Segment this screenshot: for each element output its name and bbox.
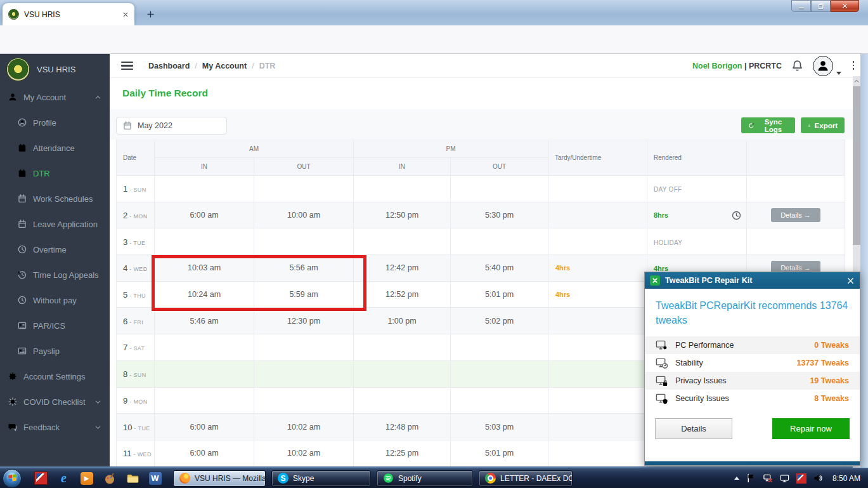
media-player-icon[interactable] bbox=[80, 472, 93, 485]
stat-row-privacy-issues: Privacy Issues 19 Tweaks bbox=[645, 372, 860, 390]
windows-flag-icon bbox=[7, 473, 18, 484]
col-header-pm-out: OUT bbox=[451, 158, 548, 176]
tray-red-app-icon[interactable] bbox=[796, 473, 806, 484]
sidebar-item-without-pay[interactable]: Without pay bbox=[0, 287, 110, 313]
sidebar-item-my-account[interactable]: My Account bbox=[0, 84, 110, 110]
col-header-tardy: Tardy/Undertime bbox=[548, 140, 647, 176]
minimize-button[interactable] bbox=[791, 0, 811, 12]
repair-now-button[interactable]: Repair now bbox=[772, 418, 850, 439]
task-button-spotify[interactable]: Spotify bbox=[377, 470, 473, 487]
monitor-lock-icon bbox=[656, 375, 668, 387]
clock-icon bbox=[18, 245, 27, 254]
internet-explorer-icon[interactable]: e bbox=[57, 472, 70, 485]
popup-details-button[interactable]: Details bbox=[655, 418, 732, 439]
col-header-rendered: Rendered bbox=[647, 140, 747, 176]
word-icon[interactable] bbox=[148, 472, 162, 485]
monitor-shield-icon bbox=[656, 393, 668, 405]
popup-close-icon[interactable] bbox=[846, 277, 855, 285]
spotify-icon bbox=[383, 473, 394, 484]
paint-app-icon[interactable] bbox=[103, 472, 116, 485]
calendar-icon bbox=[123, 121, 132, 130]
speaker-icon[interactable] bbox=[813, 473, 823, 483]
tweakbit-logo-icon bbox=[650, 275, 660, 286]
breadcrumb-my-account[interactable]: My Account bbox=[202, 62, 247, 70]
sidebar-item-work-schedules[interactable]: Work Schedules bbox=[0, 186, 110, 211]
sidebar-item-covid-checklist[interactable]: COVID Checklist bbox=[0, 389, 110, 414]
restore-button[interactable] bbox=[811, 0, 831, 12]
explorer-folder-icon[interactable] bbox=[126, 472, 139, 485]
sync-logs-button[interactable]: Sync Logs bbox=[741, 117, 795, 133]
stat-row-stability: Stability 13737 Tweaks bbox=[645, 354, 860, 372]
ie-glyph: e bbox=[61, 471, 67, 485]
sidebar-item-time-log-appeals[interactable]: Time Log Appeals bbox=[0, 262, 110, 287]
taskbar: e VSU HRIS — Mozilla ... Skype Spotify L… bbox=[0, 468, 868, 488]
profile-icon bbox=[18, 118, 27, 127]
taskbar-clock[interactable]: 8:50 AM bbox=[832, 474, 860, 483]
action-center-flag-icon[interactable] bbox=[746, 473, 756, 483]
popup-heading: TweakBit PCRepairKit recommends 13764 tw… bbox=[645, 289, 860, 331]
quicklaunch-red-app-icon[interactable] bbox=[34, 472, 48, 485]
sidebar-item-profile[interactable]: Profile bbox=[0, 110, 110, 135]
sidebar-item-attendance[interactable]: Attendance bbox=[0, 135, 110, 161]
network-error-icon[interactable] bbox=[763, 473, 773, 483]
table-row: 3TUE HOLIDAY bbox=[117, 228, 845, 255]
sidebar-item-feedback[interactable]: Feedback bbox=[0, 414, 110, 440]
browser-tab[interactable]: VSU HRIS bbox=[3, 3, 134, 25]
sidebar-item-overtime[interactable]: Overtime bbox=[0, 237, 110, 262]
popup-title: TweakBit PC Repair Kit bbox=[665, 276, 841, 285]
download-icon bbox=[808, 122, 811, 129]
bell-icon[interactable] bbox=[791, 60, 803, 72]
tab-close-icon[interactable] bbox=[122, 11, 129, 18]
window-titlebar: VSU HRIS bbox=[0, 0, 868, 25]
close-button[interactable] bbox=[831, 0, 859, 12]
user-box: Noel Borigon | PRCRTC bbox=[692, 56, 841, 76]
user-org: PRCRTC bbox=[749, 62, 782, 70]
history-icon bbox=[18, 270, 27, 279]
monitor-gear-icon bbox=[656, 340, 668, 352]
month-picker-value: May 2022 bbox=[138, 121, 172, 130]
id-card-icon bbox=[18, 346, 27, 355]
sidebar-item-par-ics[interactable]: PAR/ICS bbox=[0, 313, 110, 338]
sidebar-item-payslip[interactable]: Payslip bbox=[0, 338, 110, 364]
user-name: Noel Borigon bbox=[692, 62, 742, 70]
gear-icon bbox=[8, 372, 17, 381]
tray-expand-icon[interactable] bbox=[734, 477, 739, 480]
system-tray: 8:50 AM bbox=[734, 473, 868, 484]
sidebar: VSU HRIS My Account Profile Attendance D… bbox=[0, 54, 110, 468]
breadcrumb-dtr: DTR bbox=[259, 62, 276, 70]
stat-row-pc-performance: PC Performance 0 Tweaks bbox=[645, 336, 860, 354]
avatar[interactable] bbox=[813, 56, 833, 76]
month-picker[interactable]: May 2022 bbox=[116, 117, 227, 135]
tab-title: VSU HRIS bbox=[24, 10, 122, 19]
avatar-caret-icon[interactable] bbox=[836, 72, 841, 75]
sidebar-item-dtr[interactable]: DTR bbox=[0, 161, 110, 186]
chevron-down-icon bbox=[94, 399, 101, 406]
brand-name: VSU HRIS bbox=[37, 65, 75, 74]
tweakbit-popup: TweakBit PC Repair Kit TweakBit PCRepair… bbox=[644, 272, 860, 466]
clock-icon[interactable] bbox=[732, 211, 741, 220]
chevron-down-icon bbox=[94, 424, 101, 431]
scrollbar-thumb[interactable] bbox=[853, 86, 860, 245]
task-button-skype[interactable]: Skype bbox=[271, 470, 371, 487]
new-tab-button[interactable] bbox=[143, 7, 157, 21]
calendar-icon bbox=[18, 169, 27, 178]
browser-toolbar: https://hris.vsu.edu.ph/account/dtr 80% … bbox=[0, 25, 868, 54]
start-button[interactable] bbox=[3, 469, 22, 488]
scroll-up-arrow-icon[interactable] bbox=[853, 76, 860, 86]
breadcrumb-dashboard[interactable]: Dashboard bbox=[148, 62, 190, 70]
sidebar-toggle-button[interactable] bbox=[121, 62, 133, 70]
popup-titlebar[interactable]: TweakBit PC Repair Kit bbox=[645, 272, 860, 289]
sidebar-item-account-settings[interactable]: Account Settings bbox=[0, 364, 110, 389]
export-button[interactable]: Export bbox=[801, 117, 845, 133]
col-header-pm-in: IN bbox=[354, 158, 451, 176]
display-icon[interactable] bbox=[780, 473, 789, 483]
details-button[interactable]: Details → bbox=[771, 208, 820, 222]
sidebar-item-leave-application[interactable]: Leave Application bbox=[0, 211, 110, 237]
popup-bottom-bar bbox=[645, 461, 860, 465]
task-button-firefox[interactable]: VSU HRIS — Mozilla ... bbox=[173, 470, 266, 487]
task-button-chrome-letter[interactable]: LETTER - DAEEx DOC... bbox=[479, 470, 573, 487]
col-header-am: AM bbox=[155, 140, 354, 158]
sidebar-brand[interactable]: VSU HRIS bbox=[0, 54, 110, 84]
col-header-actions bbox=[747, 140, 845, 176]
col-header-pm: PM bbox=[354, 140, 548, 158]
